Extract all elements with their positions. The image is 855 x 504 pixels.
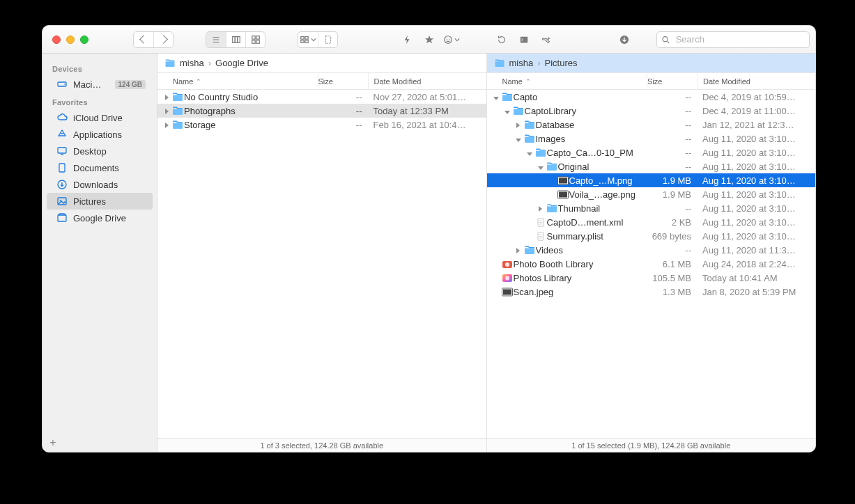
sidebar-item-label: iCloud Drive	[73, 113, 146, 123]
disclosure-triangle[interactable]	[162, 106, 171, 116]
view-list-button[interactable]	[206, 32, 226, 47]
file-size: 1.9 MB	[647, 175, 697, 186]
file-size: --	[647, 134, 697, 144]
svg-point-22	[663, 36, 668, 41]
file-row[interactable]: Photos Library105.5 MBToday at 10:41 AM	[487, 271, 816, 285]
sync-button[interactable]	[493, 32, 511, 47]
sidebar-item-downloads[interactable]: Downloads	[47, 176, 153, 193]
quick-action-button[interactable]	[398, 32, 416, 47]
forward-button[interactable]	[153, 32, 173, 47]
col-name[interactable]: Name ⌃	[487, 73, 647, 89]
col-name[interactable]: Name ⌃	[157, 73, 318, 89]
column-headers: Name ⌃SizeDate Modified	[157, 73, 486, 90]
add-sidebar-item-button[interactable]: +	[47, 436, 59, 449]
group-icon	[300, 35, 309, 45]
file-size: --	[647, 120, 697, 130]
svg-rect-5	[237, 36, 240, 42]
file-row[interactable]: CaptoLibrary--Dec 4, 2019 at 11:00…	[487, 104, 816, 118]
col-date[interactable]: Date Modified	[368, 73, 486, 89]
view-icons-button[interactable]	[245, 32, 265, 47]
file-row[interactable]: Photographs--Today at 12:33 PM	[157, 104, 486, 118]
file-row[interactable]: Capto_…M.png1.9 MBAug 11, 2020 at 3:10…	[487, 173, 816, 187]
downloads-icon	[56, 179, 68, 190]
sidebar-item-google-drive[interactable]: Google Drive	[47, 210, 153, 226]
col-size[interactable]: Size	[318, 73, 368, 89]
group-button[interactable]	[298, 32, 318, 47]
col-size[interactable]: Size	[647, 73, 697, 89]
file-list[interactable]: Capto--Dec 4, 2019 at 10:59…CaptoLibrary…	[487, 90, 816, 438]
file-date: Jan 8, 2020 at 5:39 PM	[697, 287, 815, 297]
disclosure-triangle[interactable]	[514, 245, 523, 255]
new-doc-button[interactable]	[318, 32, 337, 47]
file-row[interactable]: No Country Studio--Nov 27, 2020 at 5:01…	[157, 90, 486, 104]
sidebar-item-documents[interactable]: Documents	[47, 159, 153, 176]
sidebar-item-pictures[interactable]: Pictures	[47, 193, 153, 210]
path-crumb[interactable]: misha	[164, 58, 204, 68]
file-row[interactable]: Photo Booth Library6.1 MBAug 24, 2018 at…	[487, 257, 816, 271]
file-size: --	[647, 148, 697, 158]
file-size: --	[647, 106, 697, 116]
file-row[interactable]: Images--Aug 11, 2020 at 3:10…	[487, 132, 816, 145]
path-bar[interactable]: misha›Pictures	[487, 54, 816, 73]
path-crumb-label: misha	[180, 58, 204, 68]
disclosure-triangle[interactable]	[162, 120, 171, 130]
file-date: Dec 4, 2019 at 10:59…	[697, 92, 815, 102]
path-separator: ›	[537, 58, 540, 68]
disclosure-triangle[interactable]	[502, 106, 512, 116]
sidebar-item-desktop[interactable]: Desktop	[47, 143, 153, 159]
disclosure-triangle[interactable]	[514, 120, 523, 130]
path-crumb-label: Pictures	[545, 58, 578, 68]
close-window-button[interactable]	[52, 36, 61, 44]
path-crumb[interactable]: misha	[494, 58, 534, 68]
search-input[interactable]	[675, 33, 805, 45]
file-row[interactable]: Scan.jpeg1.3 MBJan 8, 2020 at 5:39 PM	[487, 285, 816, 299]
list-view-icon	[211, 35, 221, 45]
more-button[interactable]	[442, 32, 461, 47]
terminal-button[interactable]	[515, 32, 533, 47]
file-row[interactable]: Capto--Dec 4, 2019 at 10:59…	[487, 90, 816, 104]
file-row[interactable]: Videos--Aug 11, 2020 at 11:3…	[487, 243, 816, 257]
file-date: Today at 10:41 AM	[697, 273, 815, 283]
add-tag-button[interactable]	[537, 32, 555, 47]
disclosure-triangle[interactable]	[536, 203, 546, 214]
disclosure-triangle[interactable]	[536, 162, 546, 172]
disclosure-triangle[interactable]	[491, 92, 501, 102]
disclosure-triangle[interactable]	[162, 92, 171, 102]
sidebar-item-maci-h-hd[interactable]: Maci…h HD124 GB	[47, 76, 153, 93]
svg-point-15	[445, 36, 452, 43]
svg-rect-9	[256, 40, 259, 42]
col-date[interactable]: Date Modified	[697, 73, 815, 89]
download-button[interactable]	[615, 32, 633, 47]
file-size: 105.5 MB	[647, 273, 697, 283]
file-name: Images	[536, 134, 647, 144]
file-row[interactable]: Capto_Ca…0-10_PM--Aug 11, 2020 at 3:10…	[487, 145, 816, 159]
folder-icon	[494, 59, 505, 68]
file-row[interactable]: Original--Aug 11, 2020 at 3:10…	[487, 159, 816, 173]
group-sort-seg	[298, 31, 338, 48]
file-pane: misha›PicturesName ⌃SizeDate ModifiedCap…	[486, 54, 816, 452]
path-crumb[interactable]: Google Drive	[215, 58, 268, 68]
file-list[interactable]: No Country Studio--Nov 27, 2020 at 5:01……	[157, 90, 486, 438]
minimize-window-button[interactable]	[66, 36, 75, 44]
file-row[interactable]: Summary.plist669 bytesAug 11, 2020 at 3:…	[487, 229, 816, 243]
file-name: Scan.jpeg	[514, 287, 647, 297]
file-row[interactable]: Thumbnail--Aug 11, 2020 at 3:10…	[487, 201, 816, 215]
disclosure-triangle[interactable]	[525, 148, 534, 158]
file-name: Original	[558, 162, 647, 172]
sidebar-item-applications[interactable]: Applications	[47, 126, 153, 143]
path-bar[interactable]: misha›Google Drive	[157, 54, 486, 73]
file-row[interactable]: CaptoD…ment.xml2 KBAug 11, 2020 at 3:10…	[487, 215, 816, 229]
doc-icon	[534, 218, 547, 227]
file-row[interactable]: Voila_…age.png1.9 MBAug 11, 2020 at 3:10…	[487, 187, 816, 201]
back-button[interactable]	[134, 32, 153, 47]
tag-button[interactable]	[420, 32, 438, 47]
path-crumb[interactable]: Pictures	[545, 58, 578, 68]
sidebar-item-icloud-drive[interactable]: iCloud Drive	[47, 109, 153, 126]
disclosure-triangle[interactable]	[514, 134, 523, 144]
file-size: 2 KB	[647, 217, 697, 228]
search-field[interactable]	[656, 31, 810, 48]
file-row[interactable]: Storage--Feb 16, 2021 at 10:4…	[157, 118, 486, 132]
file-row[interactable]: Database--Jan 12, 2021 at 12:3…	[487, 118, 816, 132]
view-columns-button[interactable]	[226, 32, 245, 47]
zoom-window-button[interactable]	[80, 36, 88, 44]
